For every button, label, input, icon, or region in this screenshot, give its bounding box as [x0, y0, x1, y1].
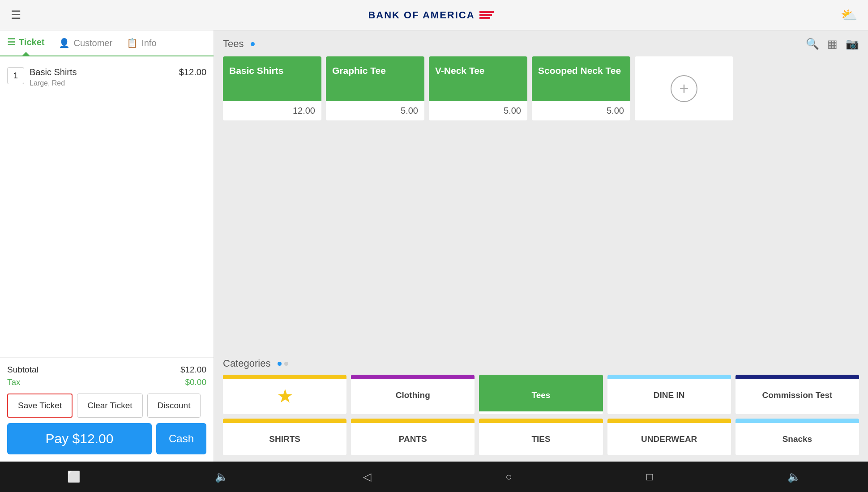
ticket-items: 1 Basic Shirts Large, Red $12.00 — [0, 56, 214, 357]
item-details: Basic Shirts Large, Red — [30, 67, 174, 87]
left-panel: ☰ Ticket 👤 Customer 📋 Info 1 Basic Shirt… — [0, 30, 214, 462]
info-tab-label: Info — [141, 38, 156, 48]
product-name: V-Neck Tee — [435, 64, 485, 77]
product-card-header: Graphic Tee — [326, 56, 424, 101]
category-card-shirts[interactable]: SHIRTS — [223, 419, 346, 455]
category-card-clothing[interactable]: Clothing — [351, 375, 475, 414]
tax-label: Tax — [7, 377, 21, 387]
products-dots — [251, 42, 806, 46]
search-icon[interactable]: 🔍 — [806, 38, 819, 50]
category-label: DINE IN — [607, 379, 731, 411]
pay-button[interactable]: Pay $12.00 — [7, 423, 152, 454]
category-bar — [735, 375, 859, 379]
camera-icon[interactable]: 📷 — [846, 38, 859, 50]
item-quantity: 1 — [7, 67, 24, 84]
category-bar — [735, 419, 859, 423]
bank-name: BANK OF AMERICA — [368, 9, 475, 21]
dot-active — [251, 42, 255, 46]
product-name: Scooped Neck Tee — [538, 64, 621, 77]
bottom-nav: ⬜ 🔈 ◁ ○ □ 🔈 — [0, 462, 868, 492]
product-card-basic-shirts[interactable]: Basic Shirts 12.00 — [223, 56, 321, 120]
category-bar — [351, 375, 475, 379]
nav-recents-icon[interactable]: □ — [646, 471, 653, 483]
category-card-pants[interactable]: PANTS — [351, 419, 475, 455]
category-card-underwear[interactable]: UNDERWEAR — [607, 419, 731, 455]
panel-tabs: ☰ Ticket 👤 Customer 📋 Info — [0, 30, 214, 56]
tab-ticket[interactable]: ☰ Ticket — [7, 37, 44, 49]
category-card-tees[interactable]: Tees — [479, 375, 603, 414]
category-bar — [223, 419, 346, 423]
product-price: 12.00 — [223, 101, 321, 120]
nav-volume-icon[interactable]: 🔈 — [215, 471, 228, 483]
subtotal-label: Subtotal — [7, 365, 38, 375]
category-bar — [479, 375, 603, 379]
product-card-header: Basic Shirts — [223, 56, 321, 101]
bank-logo: BANK OF AMERICA — [368, 9, 493, 21]
product-card-vneck-tee[interactable]: V-Neck Tee 5.00 — [429, 56, 527, 120]
products-section: Tees 🔍 ▦ 📷 Basic Shirts 12.00 — [214, 30, 868, 353]
ticket-footer: Subtotal $12.00 Tax $0.00 Save Ticket Cl… — [0, 357, 214, 462]
product-add-card[interactable]: + — [635, 56, 733, 120]
tax-row: Tax $0.00 — [7, 377, 206, 387]
item-variant: Large, Red — [30, 79, 174, 87]
cloud-icon: ⛅ — [841, 7, 857, 23]
categories-header: Categories — [223, 358, 859, 369]
category-bar — [479, 419, 603, 423]
pay-row: Pay $12.00 Cash — [7, 423, 206, 454]
star-icon: ★ — [278, 387, 292, 406]
category-bar — [607, 375, 731, 379]
product-card-graphic-tee[interactable]: Graphic Tee 5.00 — [326, 56, 424, 120]
ticket-tab-label: Ticket — [19, 37, 44, 47]
products-grid: Basic Shirts 12.00 Graphic Tee 5.00 V-Ne… — [223, 56, 859, 120]
category-card-dine-in[interactable]: DINE IN — [607, 375, 731, 414]
subtotal-row: Subtotal $12.00 — [7, 365, 206, 375]
save-ticket-button[interactable]: Save Ticket — [7, 394, 73, 418]
categories-row2: SHIRTS PANTS TIES UNDERWEAR Snacks — [223, 419, 859, 455]
category-label: UNDERWEAR — [607, 423, 731, 455]
nav-back-icon[interactable]: ◁ — [363, 471, 371, 483]
action-buttons: Save Ticket Clear Ticket Discount — [7, 394, 206, 418]
category-label: Tees — [479, 379, 603, 411]
category-bar — [351, 419, 475, 423]
category-bar — [223, 375, 346, 379]
category-bar — [607, 419, 731, 423]
category-label: Commission Test — [735, 379, 859, 411]
categories-row1: ★ Clothing Tees DINE IN Commissio — [223, 375, 859, 414]
tax-value: $0.00 — [185, 377, 206, 387]
menu-icon[interactable]: ☰ — [11, 8, 21, 22]
category-card-commission-test[interactable]: Commission Test — [735, 375, 859, 414]
nav-camera-icon[interactable]: ⬜ — [67, 471, 81, 483]
product-price: 5.00 — [532, 101, 630, 120]
info-tab-icon: 📋 — [127, 38, 138, 48]
categories-dots — [278, 362, 859, 366]
category-card-ties[interactable]: TIES — [479, 419, 603, 455]
category-label: Clothing — [351, 379, 475, 411]
category-card-favorites[interactable]: ★ — [223, 375, 346, 414]
top-bar: ☰ BANK OF AMERICA ⛅ — [0, 0, 868, 30]
view-icon[interactable]: ▦ — [827, 38, 838, 50]
nav-volume2-icon[interactable]: 🔈 — [787, 471, 801, 483]
category-label: PANTS — [351, 423, 475, 455]
product-card-scooped-neck-tee[interactable]: Scooped Neck Tee 5.00 — [532, 56, 630, 120]
tab-customer[interactable]: 👤 Customer — [59, 38, 112, 48]
clear-ticket-button[interactable]: Clear Ticket — [77, 394, 142, 418]
ticket-item[interactable]: 1 Basic Shirts Large, Red $12.00 — [7, 64, 206, 91]
product-price: 5.00 — [429, 101, 527, 120]
tab-info[interactable]: 📋 Info — [127, 38, 156, 48]
item-price: $12.00 — [179, 67, 206, 77]
nav-home-icon[interactable]: ○ — [505, 471, 512, 483]
category-card-snacks[interactable]: Snacks — [735, 419, 859, 455]
product-card-header: V-Neck Tee — [429, 56, 527, 101]
categories-title: Categories — [223, 358, 270, 369]
cash-button[interactable]: Cash — [156, 423, 206, 454]
discount-button[interactable]: Discount — [147, 394, 201, 418]
bank-flag-icon — [479, 11, 494, 19]
product-price: 5.00 — [326, 101, 424, 120]
category-label: SHIRTS — [223, 423, 346, 455]
dot-active-cat — [278, 362, 282, 366]
categories-section: Categories ★ Clothing — [214, 353, 868, 462]
ticket-tab-icon: ☰ — [7, 37, 15, 47]
product-card-header: Scooped Neck Tee — [532, 56, 630, 101]
subtotal-value: $12.00 — [180, 365, 206, 375]
category-label: ★ — [223, 379, 346, 414]
